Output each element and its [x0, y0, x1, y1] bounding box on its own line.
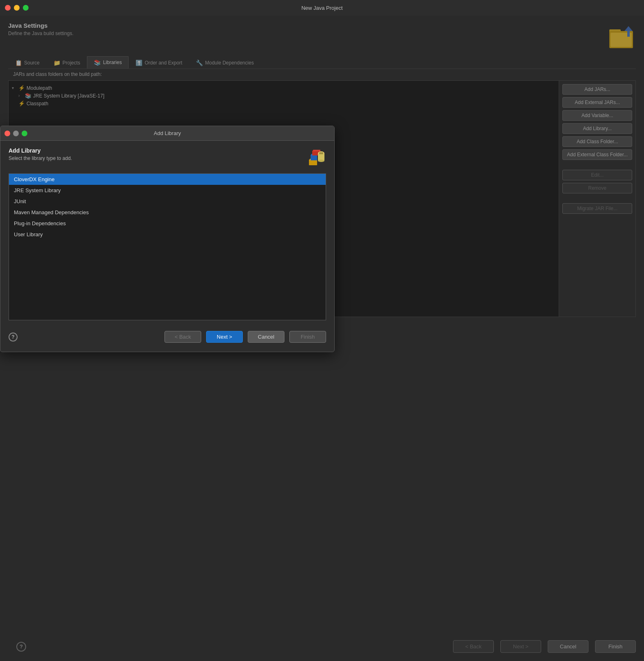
dialog-body: Add Library Select the library type to a…: [0, 141, 334, 352]
dialog-overlay: Add Library Add Library Select the libra…: [0, 16, 644, 661]
dialog-traffic-lights: [4, 131, 27, 136]
dialog-minimize-button[interactable]: [13, 131, 19, 136]
title-bar: New Java Project: [0, 0, 644, 16]
svg-point-14: [318, 160, 324, 162]
minimize-button[interactable]: [14, 5, 20, 11]
dialog-cancel-button[interactable]: Cancel: [248, 331, 284, 343]
svg-rect-15: [319, 152, 323, 154]
dialog-header-text: Add Library Select the library type to a…: [9, 147, 72, 161]
dialog-header: Add Library Select the library type to a…: [9, 147, 326, 168]
dialog-header-title: Add Library: [9, 147, 72, 154]
library-item-junit[interactable]: JUnit: [9, 196, 326, 207]
dialog-maximize-button[interactable]: [22, 131, 27, 136]
library-item-jre[interactable]: JRE System Library: [9, 185, 326, 196]
dialog-footer: ? < Back Next > Cancel Finish: [9, 327, 326, 345]
dialog-library-icon: [306, 147, 326, 168]
close-button[interactable]: [5, 5, 11, 11]
dialog-header-subtitle: Select the library type to add.: [9, 155, 72, 161]
dialog-close-button[interactable]: [4, 131, 10, 136]
dialog-help-button[interactable]: ?: [9, 333, 18, 342]
dialog-title: Add Library: [154, 130, 181, 136]
library-item-cloverdx[interactable]: CloverDX Engine: [9, 174, 326, 185]
dialog-finish-button[interactable]: Finish: [289, 331, 326, 343]
library-item-user[interactable]: User Library: [9, 229, 326, 240]
add-library-dialog: Add Library Add Library Select the libra…: [0, 126, 335, 352]
main-window: Java Settings Define the Java build sett…: [0, 16, 644, 661]
dialog-titlebar: Add Library: [0, 126, 334, 141]
dialog-back-button[interactable]: < Back: [164, 331, 201, 343]
svg-rect-8: [311, 155, 317, 160]
window-title: New Java Project: [301, 5, 342, 11]
svg-rect-6: [309, 160, 317, 165]
library-list[interactable]: CloverDX Engine JRE System Library JUnit…: [9, 173, 326, 320]
library-item-plugin[interactable]: Plug-in Dependencies: [9, 218, 326, 229]
maximize-button[interactable]: [23, 5, 29, 11]
traffic-lights: [5, 5, 29, 11]
dialog-next-button[interactable]: Next >: [206, 331, 243, 343]
library-item-maven[interactable]: Maven Managed Dependencies: [9, 207, 326, 218]
svg-rect-11: [313, 150, 320, 151]
